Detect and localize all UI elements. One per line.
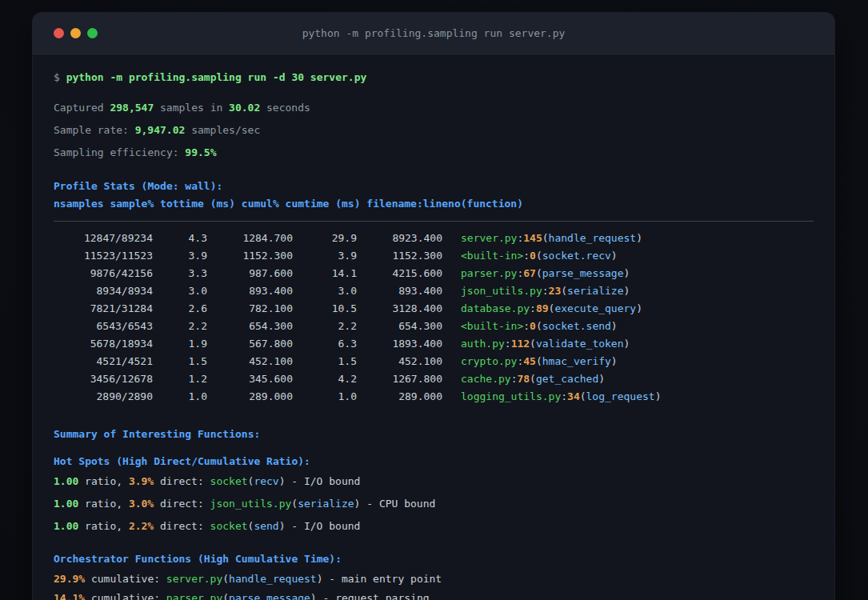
hotspot-location: socket(recv) [210,475,286,488]
cumulative-pct-value: 29.9% [54,573,85,586]
lineno: 67 [523,267,536,279]
command-line: $ python -m profiling.sampling run -d 30… [54,71,814,84]
filename: logging_utils.py [461,390,561,402]
cumtime-cell: 4215.600 [357,265,442,282]
function-name: send [254,520,278,532]
module-name: socket [210,520,248,532]
cumtime-cell: 1893.400 [357,335,442,353]
function-name: hmac_verify [542,355,611,367]
function-name: parse_message [229,592,310,600]
cumtime-cell: 1152.300 [357,247,442,265]
cumul-pct-cell: 1.5 [293,353,357,370]
hotspot-line: 1.00 ratio, 3.0% direct: json_utils.py(s… [54,498,814,510]
function-name: socket.send [542,320,611,332]
colon-separator: : [542,285,549,297]
close-button[interactable] [54,28,64,38]
nsamples-cell: 4521/4521 [54,353,153,370]
window-title: python -m profiling.sampling run server.… [33,27,834,39]
samples-in-label: samples in [160,102,222,114]
nsamples-cell: 8934/8934 [54,282,153,300]
cumtime-cell: 452.100 [357,353,442,370]
nsamples-cell: 3456/12678 [54,370,153,388]
cumulative-pct-value: 14.1% [54,592,85,600]
colon-separator: : [523,250,530,262]
close-paren: ) [611,250,618,262]
lineno: 112 [511,338,530,350]
terminal-window: python -m profiling.sampling run server.… [32,12,835,600]
colon-separator: : [530,302,536,314]
table-row: 4521/4521 1.5 452.100 1.5 452.100 crypto… [54,353,814,370]
cumtime-cell: 3128.400 [357,300,442,318]
cumul-pct-cell: 2.2 [293,318,357,335]
filename: parser.py [461,267,517,279]
traffic-lights [54,13,98,54]
location-cell: logging_utils.py:34(log_request) [442,388,661,406]
filename: auth.py [461,338,505,350]
orchestrator-note: - request parsing [322,592,429,600]
close-paren: ) [636,232,642,244]
table-row: 9876/42156 3.3 987.600 14.1 4215.600 par… [54,265,814,282]
orchestrators-list: 29.9% cumulative: server.py(handle_reque… [54,573,814,600]
lineno: 0 [530,320,536,332]
orchestrator-line: 29.9% cumulative: server.py(handle_reque… [54,573,814,586]
sample-pct-cell: 1.0 [153,388,207,406]
tottime-cell: 987.600 [207,265,293,282]
table-row: 5678/18934 1.9 567.800 6.3 1893.400 auth… [54,335,814,353]
function-name: recv [254,475,278,487]
hotspot-note: - I/O bound [291,475,360,488]
titlebar: python -m profiling.sampling run server.… [33,13,834,54]
function-name: handle_request [549,232,637,244]
hotspot-note: - I/O bound [291,520,360,533]
hotspot-note: - CPU bound [366,498,435,510]
lineno: 45 [523,355,536,367]
location-cell: auth.py:112(validate_token) [442,335,630,353]
efficiency-label: Sampling efficiency: [54,146,179,159]
nsamples-cell: 11523/11523 [54,247,153,265]
hotspot-location: json_utils.py(serialize) [210,498,361,510]
zoom-button[interactable] [87,28,98,38]
function-name: execute_query [554,302,636,314]
rate-label: Sample rate: [54,124,129,137]
colon-separator: : [561,390,567,402]
location-cell: <built-in>:0(socket.recv) [442,247,618,265]
direct-pct-value: 3.0% [129,498,154,510]
direct-label: direct: [160,520,204,533]
module-name: parser.py [166,592,222,600]
lineno: 78 [517,373,530,385]
nsamples-cell: 2890/2890 [54,388,153,406]
module-name: json_utils.py [210,498,292,510]
cumul-pct-cell: 14.1 [293,265,357,282]
sample-pct-cell: 1.5 [153,353,207,370]
open-paren: ( [536,355,542,367]
nsamples-cell: 5678/18934 [54,335,153,353]
sample-pct-cell: 2.2 [153,318,207,335]
direct-label: direct: [160,475,204,488]
tottime-cell: 654.300 [207,318,293,335]
filename: <built-in> [461,250,523,262]
tottime-cell: 345.600 [207,370,293,388]
minimize-button[interactable] [70,28,81,38]
profile-stats-heading: Profile Stats (Mode: wall): [54,180,814,193]
cumtime-cell: 893.400 [357,282,442,300]
sample-pct-cell: 3.3 [153,265,207,282]
ratio-value: 1.00 [54,520,78,533]
filename: crypto.py [461,355,517,367]
open-paren: ( [536,320,542,332]
close-paren: ) [624,285,630,297]
open-paren: ( [536,267,542,279]
location-cell: server.py:145(handle_request) [442,230,642,247]
function-name: validate_token [536,338,624,350]
cumul-pct-cell: 10.5 [293,300,357,318]
open-paren: ( [291,498,298,510]
open-paren: ( [222,592,229,600]
close-paren: ) [310,592,317,600]
location-cell: json_utils.py:23(serialize) [442,282,630,300]
hotspot-line: 1.00 ratio, 3.9% direct: socket(recv) - … [54,475,814,488]
seconds-label: seconds [266,102,310,114]
location-cell: <built-in>:0(socket.send) [442,318,618,335]
duration-value: 30.02 [229,102,260,114]
filename: cache.py [461,373,511,385]
cumul-pct-cell: 4.2 [293,370,357,388]
tottime-cell: 289.000 [207,388,293,406]
function-name: serialize [567,285,623,297]
